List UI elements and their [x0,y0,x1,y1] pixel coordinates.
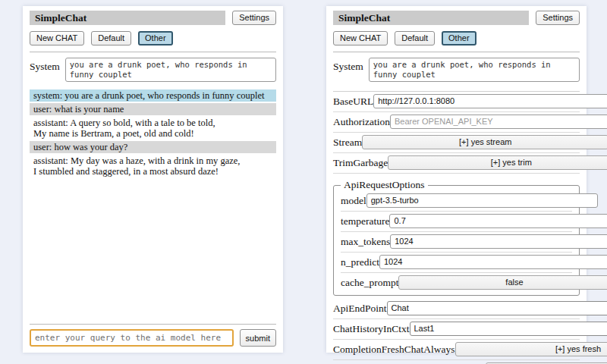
setting-row-baseurl: BaseURL [333,92,580,112]
session-tab-other[interactable]: Other [138,31,173,46]
apiendpoint-selected-value: Chat [392,303,409,313]
setting-row-apiendpoint: ApiEndPoint Chat ⌄ [333,299,580,319]
stream-toggle-button[interactable]: [+] yes stream [362,135,607,149]
divider [30,324,276,325]
chathistoryinctxt-selected-value: Last1 [414,324,435,334]
setting-row-model: model [341,191,572,212]
query-input[interactable] [30,329,234,347]
title-row: SimpleChat Settings [30,11,276,25]
query-row: submit [30,329,276,347]
baseurl-input[interactable] [373,94,607,108]
divider [30,52,276,52]
setting-row-chathistoryinctxt: ChatHistoryInCtxt Last1 ⌄ [333,319,580,340]
settings-list: BaseURL Authorization Stream [+] yes str… [333,91,580,174]
temperature-input[interactable] [389,214,607,228]
setting-row-n-predict: n_predict [341,253,572,273]
settings-button[interactable]: Settings [232,11,276,25]
chat-message-assistant: assistant: My day was a haze, with a dri… [30,155,276,177]
apiendpoint-label: ApiEndPoint [333,303,387,315]
system-prompt-textarea[interactable]: you are a drunk poet, who responds in fu… [369,58,580,82]
chat-message-user: user: how was your day? [30,141,276,153]
stream-label: Stream [333,136,362,149]
completionfreshchatalways-label: CompletionFreshChatAlways [333,344,455,356]
chathistoryinctxt-select[interactable]: Last1 ⌄ [410,322,607,336]
model-input[interactable] [366,193,598,208]
chat-session-toolbar: New CHAT Default Other [333,31,580,46]
submit-button[interactable]: submit [240,329,276,347]
apiendpoint-select[interactable]: Chat ⌄ [387,301,607,315]
chat-message-user: user: what is your name [30,103,276,115]
session-tab-default[interactable]: Default [395,31,435,46]
session-tab-other[interactable]: Other [442,31,476,46]
system-prompt-textarea[interactable]: you are a drunk poet, who responds in fu… [65,58,276,82]
settings-panel: SimpleChat Settings New CHAT Default Oth… [326,6,587,353]
cache-prompt-label: cache_prompt [341,277,398,289]
system-prompt-row: System you are a drunk poet, who respond… [30,58,276,82]
system-label: System [333,58,363,82]
chathistoryinctxt-label: ChatHistoryInCtxt [333,323,410,335]
cache-prompt-toggle-button[interactable]: false [398,275,607,290]
max-tokens-label: max_tokens [341,236,390,248]
setting-row-max-tokens: max_tokens [341,232,572,253]
trimgarbage-label: TrimGarbage [333,157,388,169]
session-tab-default[interactable]: Default [91,31,131,46]
system-prompt-row: System you are a drunk poet, who respond… [333,58,580,82]
setting-row-trimgarbage: TrimGarbage [+] yes trim [333,153,580,174]
trimgarbage-toggle-button[interactable]: [+] yes trim [388,155,607,170]
chat-message-assistant: assistant: A query so bold, with a tale … [30,117,276,140]
app-title: SimpleChat [333,11,529,25]
chat-message-system: system: you are a drunk poet, who respon… [30,89,276,102]
chat-panel: SimpleChat Settings New CHAT Default Oth… [23,6,283,353]
authorization-label: Authorization [333,116,390,128]
new-chat-button[interactable]: New CHAT [333,31,388,46]
app-title: SimpleChat [30,11,225,25]
max-tokens-input[interactable] [390,234,607,249]
title-row: SimpleChat Settings [333,11,580,25]
n-predict-label: n_predict [341,256,379,268]
temperature-label: temperature [341,215,389,228]
chat-session-toolbar: New CHAT Default Other [30,31,276,46]
setting-row-cache-prompt: cache_prompt false [341,273,572,293]
settings-button[interactable]: Settings [536,11,580,25]
api-request-options-fieldset: ApiRequestOptions model temperature max_… [333,179,580,296]
authorization-input[interactable] [390,115,607,129]
model-label: model [341,195,366,207]
api-request-options-legend: ApiRequestOptions [341,179,428,191]
completionfreshchatalways-toggle-button[interactable]: [+] yes fresh [455,342,607,356]
n-predict-input[interactable] [379,255,607,269]
setting-row-completioninsertstandardroleprefix: CompletionInsertStandardRolePrefix [-] d… [333,360,580,364]
system-label: System [30,58,60,82]
chat-messages: system: you are a drunk poet, who respon… [30,89,276,179]
settings-list-bottom: ApiEndPoint Chat ⌄ ChatHistoryInCtxt Las… [333,299,580,364]
new-chat-button[interactable]: New CHAT [30,31,84,46]
setting-row-temperature: temperature [341,212,572,232]
setting-row-authorization: Authorization [333,112,580,133]
baseurl-label: BaseURL [333,96,373,108]
setting-row-stream: Stream [+] yes stream [333,133,580,153]
empty-space [30,179,276,322]
divider [333,52,580,52]
setting-row-completionfreshchatalways: CompletionFreshChatAlways [+] yes fresh [333,340,580,360]
